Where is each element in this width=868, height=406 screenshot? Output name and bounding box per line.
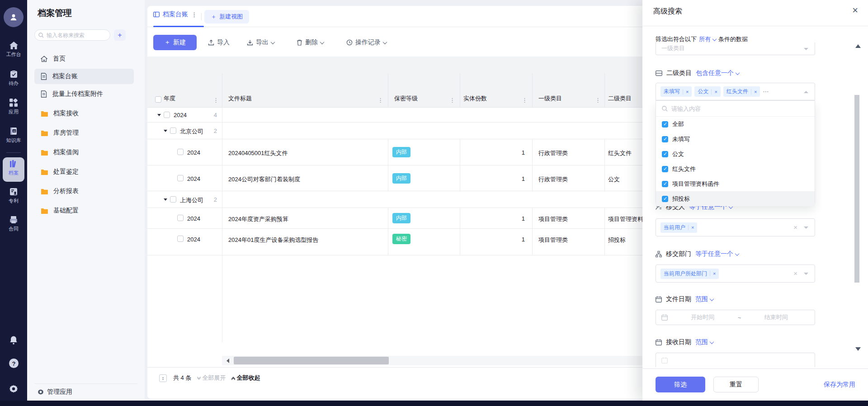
manage-apps-button[interactable]: 管理应用 [38, 388, 72, 396]
option-checkbox[interactable] [662, 181, 668, 187]
collapse-caret-icon[interactable] [164, 198, 167, 201]
dropdown-search[interactable] [656, 101, 815, 117]
operator-dropdown[interactable]: 包含任意一个 [696, 69, 739, 77]
panel-scroll-down-arrow[interactable] [855, 347, 861, 351]
sidebar-search-input[interactable] [47, 32, 101, 38]
rail-item-knowledge[interactable]: AI 知识库 [0, 127, 27, 143]
row-checkbox[interactable] [164, 112, 170, 118]
sidebar-item-reports[interactable]: 分析报表 [34, 184, 134, 199]
remove-tag-icon[interactable]: × [710, 271, 716, 276]
new-record-button[interactable]: ＋ 新建 [153, 35, 197, 50]
rail-item-patent[interactable]: 专利 [0, 188, 27, 203]
rail-item-todo[interactable]: 待办 [0, 70, 27, 86]
close-icon[interactable]: × [852, 5, 858, 15]
clear-icon[interactable]: × [793, 224, 797, 231]
settings-button[interactable] [0, 384, 27, 393]
option-project-letters[interactable]: 项目管理资料函件 [656, 176, 815, 191]
remove-tag-icon[interactable]: × [751, 89, 757, 94]
option-redhead-doc[interactable]: 红头文件 [656, 161, 815, 176]
rail-item-archive[interactable]: 档案 [0, 160, 27, 175]
option-checkbox[interactable] [662, 151, 668, 157]
select-all-checkbox[interactable] [155, 96, 161, 103]
level2-multiselect[interactable]: 未填写 × 公文 × 红头文件 × ⋯ [656, 83, 815, 100]
column-menu-icon[interactable]: ⋮ [377, 97, 383, 104]
help-button[interactable]: ? [0, 358, 27, 368]
group-row-beijing[interactable]: 北京公司 2 [147, 123, 642, 139]
table-row[interactable]: 2024 2024公司对客部门着装制度 内部 1 行政管理类 公文 [147, 165, 642, 191]
sidebar-item-archive-receive[interactable]: 档案接收 [34, 106, 134, 121]
file-date-range[interactable]: 开始时间 ~ 结束时间 [656, 310, 815, 325]
sidebar-item-home[interactable]: 首页 [34, 51, 134, 66]
row-checkbox[interactable] [170, 196, 176, 203]
option-checkbox[interactable] [662, 136, 668, 142]
scroll-left-arrow[interactable] [222, 356, 233, 365]
row-height-icon[interactable]: ↕ [159, 374, 167, 382]
expand-all-button[interactable]: 全部展开 [198, 374, 226, 382]
option-checkbox[interactable] [662, 121, 668, 127]
group-row-2024[interactable]: 2024 4 [147, 108, 642, 123]
row-checkbox[interactable] [170, 127, 176, 134]
rail-item-apps[interactable]: 应用 [0, 99, 27, 114]
table-row[interactable]: 2024 2024年度资产采购预算 内部 1 项目管理类 项目管理资料函件 [147, 208, 642, 229]
option-bidding[interactable]: 招投标 [656, 191, 815, 206]
tab-more-icon[interactable]: ⋮ [191, 11, 197, 18]
row-checkbox[interactable] [177, 149, 184, 155]
sidebar-item-archive-ledger[interactable]: 档案台账 [34, 69, 134, 84]
import-button[interactable]: 导入 [208, 35, 230, 50]
option-unfilled[interactable]: 未填写 [656, 132, 815, 146]
save-as-favorite-link[interactable]: 保存为常用 [824, 381, 855, 389]
table-row[interactable]: 2024 20240405001红头文件 内部 1 行政管理类 红头文件 [147, 139, 642, 165]
operator-dropdown[interactable]: 等于任意一个 [695, 250, 739, 258]
operator-dropdown[interactable]: 范围 [695, 295, 713, 303]
receive-date-range[interactable] [656, 353, 815, 367]
notifications-button[interactable] [0, 335, 27, 345]
column-menu-icon[interactable]: ⋮ [213, 97, 219, 104]
table-row[interactable]: 2024 2024年01度生产设备采购选型报告 秘密 1 项目管理类 招投标 [147, 229, 642, 255]
new-view-button[interactable]: ＋ 新建视图 [204, 10, 249, 24]
column-menu-icon[interactable]: ⋮ [449, 97, 455, 104]
collapse-caret-icon[interactable] [164, 130, 167, 132]
operator-dropdown[interactable]: 范围 [695, 338, 713, 346]
collapse-caret-icon[interactable] [804, 91, 808, 93]
row-checkbox[interactable] [177, 215, 184, 221]
sidebar-search[interactable] [34, 29, 110, 41]
sidebar-item-base-config[interactable]: 基础配置 [34, 203, 134, 218]
level1-category-select[interactable]: 一级类目 [656, 42, 815, 55]
filter-button[interactable]: 筛选 [656, 377, 705, 392]
tab-archive-ledger[interactable]: 档案台账 ⋮ [153, 10, 197, 19]
remove-tag-icon[interactable]: × [688, 225, 694, 230]
option-official-doc[interactable]: 公文 [656, 146, 815, 161]
sidebar-add-button[interactable]: + [114, 29, 126, 41]
rail-item-workbench[interactable]: 工作台 [0, 42, 27, 57]
column-menu-icon[interactable]: ⋮ [595, 97, 601, 104]
row-checkbox[interactable] [177, 175, 184, 181]
panel-scroll-up-arrow[interactable] [855, 44, 861, 48]
sidebar-item-warehouse[interactable]: 库房管理 [34, 125, 134, 141]
option-all[interactable]: 全部 [656, 117, 815, 132]
operation-log-button[interactable]: 操作记录 [346, 35, 387, 50]
dropdown-search-input[interactable] [671, 105, 809, 112]
delete-button[interactable]: 删除 [297, 35, 324, 50]
group-row-shanghai[interactable]: 上海公司 2 [147, 191, 642, 208]
row-checkbox[interactable] [177, 236, 184, 242]
sidebar-item-borrow[interactable]: 档案借阅 [34, 145, 134, 160]
rail-item-contract[interactable]: 合同 [0, 216, 27, 231]
option-checkbox[interactable] [662, 166, 668, 172]
remove-tag-icon[interactable]: × [711, 89, 717, 94]
transferor-select[interactable]: 当前用户 × × [656, 218, 815, 236]
sidebar-item-batch-upload[interactable]: 批量上传档案附件 [34, 86, 134, 102]
reset-button[interactable]: 重置 [713, 377, 759, 392]
column-menu-icon[interactable]: ⋮ [522, 97, 528, 104]
horizontal-scrollbar[interactable] [222, 356, 642, 365]
export-button[interactable]: 导出 [247, 35, 274, 50]
start-date-input[interactable]: 开始时间 [670, 313, 736, 321]
clear-icon[interactable]: × [793, 270, 797, 277]
end-date-input[interactable]: 结束时间 [743, 313, 809, 321]
collapse-all-button[interactable]: 全部收起 [232, 374, 260, 382]
collapse-caret-icon[interactable] [157, 114, 161, 116]
remove-tag-icon[interactable]: × [683, 89, 689, 94]
transfer-dept-select[interactable]: 当前用户所处部门 × × [656, 264, 815, 283]
option-checkbox[interactable] [662, 196, 668, 202]
sidebar-item-disposal[interactable]: 处置鉴定 [34, 164, 134, 179]
horizontal-scrollbar-thumb[interactable] [234, 357, 389, 364]
